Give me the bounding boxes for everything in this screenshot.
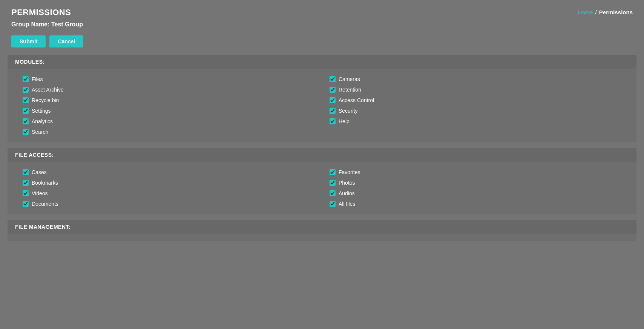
checkbox-item-cameras: Cameras: [330, 76, 621, 82]
section-body-file-management: [8, 234, 636, 241]
checkbox-label-access-control: Access Control: [339, 97, 374, 103]
checkbox-settings[interactable]: [23, 108, 29, 114]
breadcrumb-home-link[interactable]: Home: [578, 9, 593, 15]
section-file-management: FILE MANAGEMENT:: [8, 220, 636, 241]
checkbox-label-recycle-bin: Recycle bin: [32, 97, 59, 103]
checkbox-audios[interactable]: [330, 190, 336, 196]
checkbox-label-security: Security: [339, 108, 358, 114]
section-file-access: FILE ACCESS:CasesBookmarksVideosDocument…: [8, 148, 636, 214]
section-right-col-modules: CamerasRetentionAccess ControlSecurityHe…: [330, 76, 621, 135]
checkbox-item-cases: Cases: [23, 169, 314, 175]
section-modules: MODULES:FilesAsset ArchiveRecycle binSet…: [8, 55, 636, 142]
section-body-file-access: CasesBookmarksVideosDocumentsFavoritesPh…: [8, 162, 636, 214]
section-left-col-file-access: CasesBookmarksVideosDocuments: [23, 169, 314, 207]
sections-container: MODULES:FilesAsset ArchiveRecycle binSet…: [0, 55, 644, 241]
checkbox-item-all-files: All files: [330, 201, 621, 207]
checkbox-cases[interactable]: [23, 169, 29, 175]
checkbox-analytics[interactable]: [23, 118, 29, 124]
checkbox-label-bookmarks: Bookmarks: [32, 180, 58, 186]
checkbox-label-all-files: All files: [339, 201, 355, 207]
page-header: PERMISSIONS Home / Permissions: [0, 0, 644, 21]
checkbox-files[interactable]: [23, 76, 29, 82]
checkbox-label-asset-archive: Asset Archive: [32, 87, 64, 93]
checkbox-label-files: Files: [32, 76, 43, 82]
checkbox-item-settings: Settings: [23, 108, 314, 114]
section-body-modules: FilesAsset ArchiveRecycle binSettingsAna…: [8, 69, 636, 142]
section-left-col-modules: FilesAsset ArchiveRecycle binSettingsAna…: [23, 76, 314, 135]
checkbox-access-control[interactable]: [330, 97, 336, 103]
checkbox-help[interactable]: [330, 118, 336, 124]
group-name-label: Group Name: Test Group: [0, 21, 644, 32]
checkbox-label-retention: Retention: [339, 87, 361, 93]
checkbox-asset-archive[interactable]: [23, 87, 29, 93]
checkbox-all-files[interactable]: [330, 201, 336, 207]
breadcrumb-current: Permissions: [599, 9, 633, 15]
checkbox-search[interactable]: [23, 129, 29, 135]
checkbox-item-bookmarks: Bookmarks: [23, 180, 314, 186]
checkbox-photos[interactable]: [330, 180, 336, 186]
breadcrumb-separator: /: [595, 9, 597, 15]
checkbox-item-favorites: Favorites: [330, 169, 621, 175]
breadcrumb: Home / Permissions: [578, 9, 633, 15]
checkbox-item-documents: Documents: [23, 201, 314, 207]
checkbox-item-access-control: Access Control: [330, 97, 621, 103]
checkbox-label-cameras: Cameras: [339, 76, 360, 82]
section-right-col-file-access: FavoritesPhotosAudiosAll files: [330, 169, 621, 207]
checkbox-item-analytics: Analytics: [23, 118, 314, 124]
checkbox-documents[interactable]: [23, 201, 29, 207]
checkbox-item-videos: Videos: [23, 190, 314, 196]
checkbox-label-photos: Photos: [339, 180, 355, 186]
section-header-file-access: FILE ACCESS:: [8, 148, 636, 162]
checkbox-label-cases: Cases: [32, 169, 47, 175]
checkbox-cameras[interactable]: [330, 76, 336, 82]
checkbox-label-audios: Audios: [339, 190, 355, 196]
checkbox-item-security: Security: [330, 108, 621, 114]
checkbox-item-photos: Photos: [330, 180, 621, 186]
checkbox-label-help: Help: [339, 118, 350, 124]
section-header-file-management: FILE MANAGEMENT:: [8, 220, 636, 234]
checkbox-favorites[interactable]: [330, 169, 336, 175]
checkbox-label-search: Search: [32, 129, 48, 135]
checkbox-item-audios: Audios: [330, 190, 621, 196]
checkbox-label-documents: Documents: [32, 201, 58, 207]
checkbox-label-settings: Settings: [32, 108, 51, 114]
checkbox-item-asset-archive: Asset Archive: [23, 87, 314, 93]
checkbox-item-recycle-bin: Recycle bin: [23, 97, 314, 103]
checkbox-retention[interactable]: [330, 87, 336, 93]
checkbox-recycle-bin[interactable]: [23, 97, 29, 103]
cancel-button[interactable]: Cancel: [49, 35, 83, 47]
checkbox-label-videos: Videos: [32, 190, 48, 196]
checkbox-label-favorites: Favorites: [339, 169, 360, 175]
checkbox-security[interactable]: [330, 108, 336, 114]
section-header-modules: MODULES:: [8, 55, 636, 69]
checkbox-videos[interactable]: [23, 190, 29, 196]
page-title: PERMISSIONS: [11, 8, 71, 17]
checkbox-item-files: Files: [23, 76, 314, 82]
action-buttons: Submit Cancel: [0, 32, 644, 55]
checkbox-label-analytics: Analytics: [32, 118, 53, 124]
checkbox-item-retention: Retention: [330, 87, 621, 93]
checkbox-item-help: Help: [330, 118, 621, 124]
checkbox-bookmarks[interactable]: [23, 180, 29, 186]
checkbox-item-search: Search: [23, 129, 314, 135]
submit-button[interactable]: Submit: [11, 35, 46, 47]
